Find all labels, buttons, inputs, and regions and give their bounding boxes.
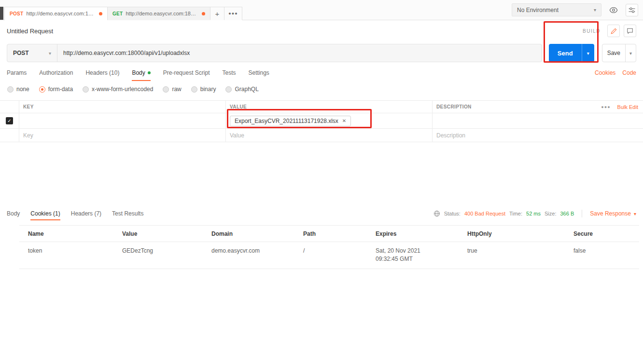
plus-icon: + [215, 10, 220, 18]
body-mode-none[interactable]: none [7, 86, 29, 93]
environment-label: No Environment [517, 7, 559, 13]
sidebar-collapse-handle[interactable] [0, 7, 3, 20]
radio-icon [225, 86, 232, 93]
request-response-divider[interactable] [0, 142, 643, 205]
response-header: Body Cookies (1) Headers (7) Test Result… [0, 205, 643, 222]
description-header-cell: DESCRIPTION ●●● Bulk Edit [433, 101, 643, 113]
edit-request-button[interactable] [607, 25, 620, 37]
body-mode-urlencoded[interactable]: x-www-form-urlencoded [83, 86, 153, 93]
header-value: Value [113, 230, 203, 237]
unsaved-dot-icon [202, 12, 205, 15]
tab-label: Test Results [112, 210, 143, 217]
body-mode-graphql[interactable]: GraphQL [225, 86, 258, 93]
header-httponly: HttpOnly [459, 230, 565, 237]
response-tab-body[interactable]: Body [7, 205, 20, 222]
tab-label: Settings [249, 69, 269, 76]
size-value: 366 B [560, 211, 574, 216]
new-tab-button[interactable]: + [210, 7, 224, 20]
body-mode-form-data[interactable]: form-data [39, 86, 73, 93]
response-tab-headers[interactable]: Headers (7) [71, 205, 101, 222]
unsaved-dot-icon [99, 12, 102, 15]
value-cell [226, 129, 433, 142]
environment-quick-look-button[interactable] [607, 4, 620, 16]
cookie-secure: false [565, 247, 639, 264]
value-cell[interactable]: Export_EasyCVR_20211113171928.xlsx ✕ [226, 113, 433, 128]
remove-file-icon[interactable]: ✕ [342, 118, 346, 123]
value-input[interactable] [230, 132, 428, 139]
method-selector[interactable]: POST ▾ [7, 44, 57, 62]
request-header: Untitled Request BUILD [0, 20, 643, 41]
chevron-down-icon: ▾ [594, 7, 596, 13]
header-expires: Expires [367, 230, 459, 237]
radio-icon [191, 86, 197, 93]
tab-method-label: POST [10, 11, 23, 16]
key-input[interactable] [23, 132, 222, 139]
time-label: Time: [509, 211, 522, 216]
status-value: 400 Bad Request [464, 211, 505, 216]
environment-area: No Environment ▾ [512, 3, 638, 16]
url-control: POST ▾ [7, 44, 542, 62]
response-tab-test-results[interactable]: Test Results [112, 205, 143, 222]
globe-icon [433, 210, 440, 217]
environment-settings-button[interactable] [626, 4, 638, 16]
description-cell[interactable] [433, 113, 643, 128]
table-header-actions: ●●● Bulk Edit [601, 104, 638, 110]
tab-label: Pre-request Script [163, 69, 210, 76]
url-input[interactable] [57, 44, 542, 62]
request-tab-get[interactable]: GET http://demo.easycvr.com:1800... [107, 7, 210, 20]
response-tab-cookies[interactable]: Cookies (1) [30, 205, 60, 222]
row-enabled-checkbox[interactable]: ✓ [6, 117, 13, 124]
tab-headers[interactable]: Headers (10) [85, 65, 119, 81]
method-label: POST [13, 50, 29, 56]
cookie-path: / [294, 247, 367, 264]
cookies-link[interactable]: Cookies [595, 69, 615, 76]
tab-prerequest-script[interactable]: Pre-request Script [163, 65, 210, 81]
send-options-caret[interactable]: ▾ [582, 44, 594, 62]
send-button[interactable]: Send ▾ [549, 44, 594, 62]
radio-label: binary [200, 86, 216, 93]
save-button[interactable]: Save ▾ [602, 44, 636, 62]
key-cell[interactable] [19, 113, 226, 128]
description-cell [433, 129, 643, 142]
body-mode-binary[interactable]: binary [191, 86, 216, 93]
status-label: Status: [444, 211, 461, 216]
send-button-label[interactable]: Send [549, 44, 582, 62]
environment-selector[interactable]: No Environment ▾ [512, 3, 601, 16]
request-tab-post[interactable]: POST http://demo.easycvr.com:180... [4, 7, 108, 20]
cookies-table: Name Value Domain Path Expires HttpOnly … [19, 225, 639, 269]
tab-url-label: http://demo.easycvr.com:1800... [126, 11, 199, 16]
response-meta: Status: 400 Bad Request Time: 52 ms Size… [433, 205, 636, 222]
cookie-row: token GEDezTcng demo.easycvr.com / Sat, … [19, 242, 639, 269]
save-response-button[interactable]: Save Response ▾ [590, 210, 636, 217]
radio-label: x-www-form-urlencoded [92, 86, 153, 93]
tab-params[interactable]: Params [7, 65, 27, 81]
body-mode-raw[interactable]: raw [163, 86, 181, 93]
tab-settings[interactable]: Settings [249, 65, 269, 81]
save-button-label[interactable]: Save [602, 44, 625, 62]
request-subtabs: Params Authorization Headers (10) Body P… [0, 65, 643, 81]
tab-authorization[interactable]: Authorization [39, 65, 73, 81]
tab-label: Headers (10) [85, 69, 119, 76]
tab-label: Authorization [39, 69, 73, 76]
tab-options-button[interactable]: ●●● [224, 7, 242, 20]
value-header-label: VALUE [230, 104, 247, 109]
radio-icon [163, 86, 169, 93]
save-options-caret[interactable]: ▾ [625, 44, 636, 62]
cookie-value: GEDezTcng [113, 247, 203, 264]
comments-button[interactable] [624, 25, 636, 37]
top-tab-bar: POST http://demo.easycvr.com:180... GET … [0, 0, 643, 20]
tab-body[interactable]: Body [132, 65, 150, 81]
code-link[interactable]: Code [622, 69, 636, 76]
ellipsis-icon: ●●● [228, 11, 238, 16]
tab-url-label: http://demo.easycvr.com:180... [26, 11, 96, 16]
table-options-icon[interactable]: ●●● [601, 105, 610, 109]
check-icon: ✓ [7, 118, 11, 123]
value-header-cell: VALUE [226, 101, 433, 113]
bulk-edit-link[interactable]: Bulk Edit [617, 104, 638, 110]
row-select-cell: ✓ [0, 113, 19, 128]
description-input[interactable] [436, 132, 638, 139]
radio-icon [83, 86, 89, 93]
tab-label: Body [132, 69, 145, 76]
sliders-icon [628, 6, 636, 14]
tab-tests[interactable]: Tests [222, 65, 236, 81]
